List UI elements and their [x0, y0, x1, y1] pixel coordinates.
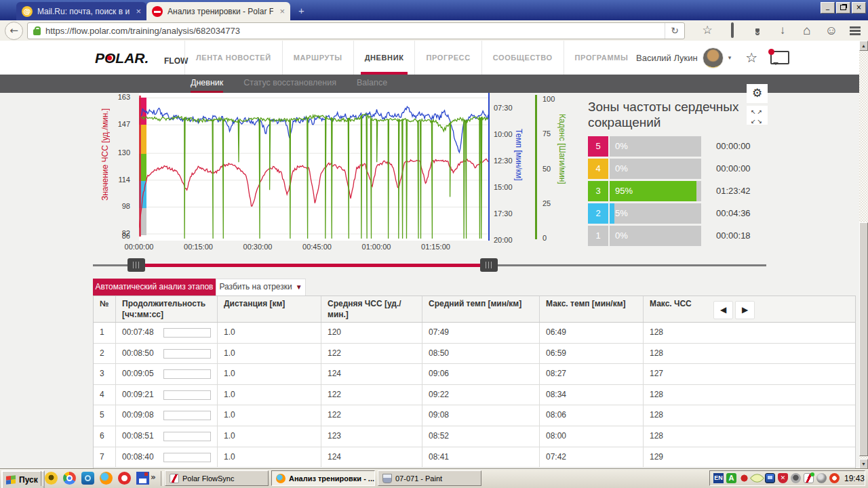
- favorite-star-icon[interactable]: ☆: [745, 49, 757, 66]
- reload-icon[interactable]: ↻: [665, 23, 684, 39]
- slider-handle-left[interactable]: [127, 258, 145, 272]
- duration-bar: [163, 432, 211, 441]
- cell-duration: 00:08:40: [116, 447, 218, 468]
- column-header: Средний темп [мин/км]: [422, 296, 540, 322]
- cell-avg-hr: 124: [321, 447, 422, 468]
- time-tick: 01:00:00: [354, 243, 399, 251]
- split-dropdown[interactable]: Разбить на отрезки▼: [216, 279, 306, 296]
- cell-max-pace: 08:34: [540, 385, 644, 405]
- firefox-icon[interactable]: [100, 472, 113, 485]
- hr-tick: 98: [103, 202, 130, 210]
- taskbar-button[interactable]: Polar FlowSync: [165, 470, 269, 486]
- table-row[interactable]: 500:09:081.012209:0808:06128: [94, 405, 855, 426]
- taskbar-button[interactable]: 07-071 - Paint: [378, 470, 481, 486]
- feedback-chat-icon[interactable]: [770, 51, 789, 64]
- taskbar-separator: [41, 471, 43, 486]
- nav-item-1[interactable]: ЛЕНТА НОВОСТЕЙ: [184, 41, 282, 75]
- green-a-icon[interactable]: A: [726, 473, 736, 483]
- nav-item-3[interactable]: ДНЕВНИК: [353, 41, 415, 75]
- cell-duration: 00:07:48: [116, 323, 218, 343]
- red-shield-icon[interactable]: ✕: [778, 473, 788, 483]
- nav-item-6[interactable]: ПРОГРАММЫ: [564, 41, 639, 75]
- zone-number: 4: [588, 159, 608, 179]
- task-label: Polar FlowSync: [182, 474, 234, 483]
- scroll-up-icon[interactable]: ▲: [859, 41, 868, 51]
- red-circle-icon[interactable]: [829, 473, 840, 483]
- restore-button-icon[interactable]: [836, 2, 850, 14]
- split-dropdown-label: Разбить на отрезки: [219, 282, 292, 291]
- chevron-down-icon[interactable]: ▾: [728, 54, 732, 61]
- url-text[interactable]: https://flow.polar.com/training/analysis…: [45, 26, 665, 36]
- laps-table-body: 100:07:481.012007:4906:49128200:08:501.0…: [94, 323, 855, 469]
- table-row[interactable]: 200:08:501.012208:5006:59128: [94, 344, 855, 365]
- opera-icon[interactable]: [118, 472, 131, 485]
- red-bug-icon[interactable]: [739, 473, 749, 483]
- new-tab-button[interactable]: +: [298, 5, 304, 16]
- home-icon[interactable]: ⌂: [800, 24, 814, 37]
- cell-avg-hr: 122: [321, 405, 422, 426]
- taskbar-button[interactable]: Анализ тренировки - ...: [271, 470, 375, 486]
- close-icon[interactable]: ×: [136, 6, 141, 16]
- pocket-icon[interactable]: ⌵: [751, 24, 764, 37]
- minimize-button-icon[interactable]: _: [821, 2, 835, 14]
- subnav-item-1[interactable]: Дневник: [191, 75, 223, 93]
- scrollbar-thumb[interactable]: [859, 222, 868, 456]
- page-scrollbar[interactable]: ▲ ▼: [859, 41, 868, 469]
- user-name[interactable]: Василий Лукин: [636, 53, 698, 63]
- range-slider-selection[interactable]: [136, 264, 490, 267]
- screen: @Mail.Ru: почта, поиск в инт...×Анализ т…: [0, 0, 868, 488]
- table-row[interactable]: 400:09:211.012209:2208:34128: [94, 385, 855, 406]
- gray-ball-icon[interactable]: [816, 473, 827, 483]
- browser-tab[interactable]: Анализ тренировки - Polar F...×: [146, 2, 290, 20]
- polar-logo[interactable]: POLAR.: [95, 50, 149, 66]
- table-row[interactable]: 700:08:401.012408:4107:42129: [94, 447, 855, 468]
- network-icon[interactable]: [765, 473, 775, 483]
- leaf-icon[interactable]: [750, 471, 764, 485]
- duration-bar: [163, 369, 211, 379]
- hello-smiley-icon[interactable]: ☺: [825, 24, 838, 37]
- flowsync-tray-icon[interactable]: [804, 473, 814, 483]
- start-button[interactable]: Пуск: [1, 470, 45, 488]
- save-icon[interactable]: [136, 472, 149, 485]
- back-button-icon[interactable]: ←: [5, 22, 23, 40]
- lang-en-indicator[interactable]: EN: [713, 473, 724, 483]
- zone-bar: 95%: [610, 181, 701, 201]
- time-tick: 00:00:00: [117, 243, 161, 251]
- table-prev-arrow[interactable]: ◀: [713, 301, 733, 319]
- url-bar[interactable]: https://flow.polar.com/training/analysis…: [27, 22, 685, 39]
- subnav-item-2[interactable]: Статус восстановления: [243, 75, 336, 93]
- quick-launch-overflow-icon[interactable]: »: [151, 472, 156, 482]
- subnav-item-3[interactable]: Balance: [357, 75, 387, 93]
- training-chart[interactable]: [139, 93, 490, 241]
- table-row[interactable]: 300:09:051.012409:0608:27127: [94, 364, 855, 385]
- chrome-icon[interactable]: [63, 472, 76, 485]
- pace-tick: 15:00: [494, 183, 513, 191]
- bookmarks-menu-icon[interactable]: [726, 24, 739, 37]
- browser-tab[interactable]: @Mail.Ru: почта, поиск в инт...×: [16, 2, 146, 20]
- zone-percent: 0%: [615, 163, 628, 174]
- gold-app-icon[interactable]: [45, 472, 58, 485]
- duration-value: 00:08:40: [122, 452, 154, 462]
- table-row[interactable]: 600:08:511.012308:5208:00128: [94, 426, 855, 447]
- table-next-arrow[interactable]: ▶: [735, 301, 755, 319]
- zone-bar: 5%: [610, 203, 701, 224]
- hr-zones-title: Зоны частоты сердечных сокращений: [588, 99, 757, 130]
- auto-lap-analysis-tab[interactable]: Автоматический анализ этапов: [93, 279, 216, 296]
- scroll-down-icon[interactable]: ▼: [859, 459, 868, 469]
- avatar[interactable]: [703, 47, 724, 68]
- close-button-icon[interactable]: ×: [852, 2, 866, 14]
- menu-hamburger-icon[interactable]: [848, 24, 862, 37]
- close-icon[interactable]: ×: [279, 6, 285, 16]
- nav-item-2[interactable]: МАРШРУТЫ: [282, 41, 353, 75]
- nav-item-4[interactable]: ПРОГРЕСС: [414, 41, 481, 75]
- webcam-icon[interactable]: [791, 473, 801, 483]
- slider-handle-right[interactable]: [480, 258, 498, 272]
- bookmark-star-icon[interactable]: ☆: [701, 24, 714, 37]
- nav-item-5[interactable]: СООБЩЕСТВО: [481, 41, 564, 75]
- paint-icon: [382, 474, 392, 483]
- download-icon[interactable]: ↓: [776, 24, 789, 37]
- table-row[interactable]: 100:07:481.012007:4906:49128: [94, 323, 855, 344]
- cell-max-hr: 128: [644, 385, 855, 405]
- window-controls: _ ×: [821, 2, 866, 14]
- blue-mail-app-icon[interactable]: [81, 472, 94, 485]
